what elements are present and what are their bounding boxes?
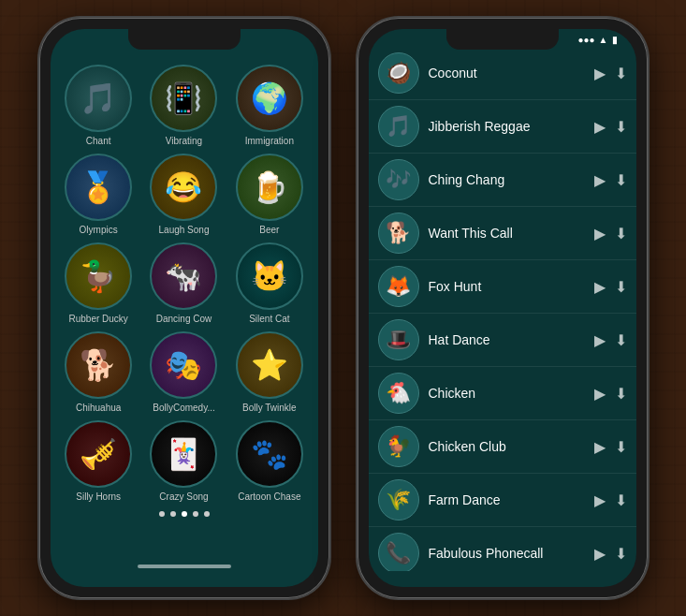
song-actions: ▶ ⬇ [594, 65, 627, 82]
song-row[interactable]: 🦊 Fox Hunt ▶ ⬇ [369, 260, 636, 314]
grid-label: Cartoon Chase [238, 491, 300, 502]
page-dot [204, 511, 210, 517]
grid-label: Dancing Cow [156, 314, 212, 324]
song-avatar: 🎶 [378, 159, 419, 200]
grid-icon: 🐕 [65, 331, 132, 399]
grid-label: Bolly Twinkle [242, 403, 297, 413]
play-button[interactable]: ▶ [594, 225, 606, 242]
wifi-icon: ▲ [599, 35, 608, 45]
song-row[interactable]: 🐕 Want This Call ▶ ⬇ [369, 207, 636, 260]
grid-item[interactable]: 🐕 Chihuahua [60, 331, 138, 413]
song-row[interactable]: 🥥 Coconut ▶ ⬇ [369, 47, 636, 100]
grid-item[interactable]: 🍺 Beer [230, 154, 308, 235]
song-actions: ▶ ⬇ [594, 118, 627, 136]
download-button[interactable]: ⬇ [615, 331, 627, 349]
download-button[interactable]: ⬇ [615, 545, 627, 563]
download-button[interactable]: ⬇ [615, 438, 627, 456]
grid-icon: 😂 [150, 154, 217, 221]
song-title: Want This Call [429, 226, 585, 241]
grid-label: Vibrating [166, 136, 202, 146]
grid-item[interactable]: 🎺 Silly Horns [60, 420, 138, 502]
download-button[interactable]: ⬇ [615, 65, 627, 82]
download-button[interactable]: ⬇ [615, 171, 627, 189]
right-notch [446, 29, 559, 50]
download-button[interactable]: ⬇ [615, 225, 627, 242]
play-button[interactable]: ▶ [594, 491, 606, 509]
play-button[interactable]: ▶ [594, 331, 606, 349]
grid-item[interactable]: 🌍 Immigration [230, 65, 308, 146]
grid-item[interactable]: 🦆 Rubber Ducky [60, 242, 138, 324]
signal-icon: ●●● [577, 35, 594, 45]
song-title: Coconut [429, 66, 585, 81]
grid-label: Rubber Ducky [68, 314, 127, 324]
song-title: Farm Dance [429, 492, 585, 507]
page-dots [60, 511, 309, 517]
song-avatar: 🐓 [378, 426, 419, 467]
song-list: 🥥 Coconut ▶ ⬇ 🎵 Jibberish Reggae ▶ ⬇ 🎶 C… [369, 47, 636, 571]
grid-label: Olympics [80, 225, 118, 235]
grid-item[interactable]: 🐱 Silent Cat [230, 242, 308, 324]
download-button[interactable]: ⬇ [615, 278, 627, 296]
song-actions: ▶ ⬇ [594, 225, 627, 242]
grid-label: Laugh Song [159, 225, 210, 235]
grid-icon: ⭐ [236, 331, 303, 399]
song-actions: ▶ ⬇ [594, 438, 627, 456]
song-row[interactable]: 🎩 Hat Dance ▶ ⬇ [369, 314, 636, 367]
grid-item[interactable]: 🎵 Chant [60, 65, 138, 146]
download-button[interactable]: ⬇ [615, 491, 627, 509]
grid-icon: 🎵 [65, 65, 132, 132]
grid-item[interactable]: 🎭 BollyComedy... [145, 331, 223, 413]
song-title: Fox Hunt [429, 279, 585, 294]
song-title: Fabulous Phonecall [429, 546, 585, 561]
song-row[interactable]: 🐔 Chicken ▶ ⬇ [369, 367, 636, 420]
song-title: Ching Chang [429, 172, 585, 187]
download-button[interactable]: ⬇ [615, 118, 627, 136]
grid-item[interactable]: 🃏 Crazy Song [145, 420, 223, 502]
song-actions: ▶ ⬇ [594, 545, 627, 563]
song-title: Chicken [429, 386, 585, 401]
play-button[interactable]: ▶ [594, 65, 606, 82]
page-dot [170, 511, 176, 517]
page-dot [159, 511, 165, 517]
grid-icon: 🍺 [236, 154, 303, 221]
play-button[interactable]: ▶ [594, 278, 606, 296]
song-row[interactable]: 🎵 Jibberish Reggae ▶ ⬇ [369, 100, 636, 154]
grid-item[interactable]: ⭐ Bolly Twinkle [230, 331, 308, 413]
grid-label: Crazy Song [159, 491, 208, 502]
grid-icon: 🐄 [150, 242, 217, 310]
download-button[interactable]: ⬇ [615, 385, 627, 403]
song-actions: ▶ ⬇ [594, 331, 627, 349]
grid-icon: 🎭 [150, 331, 217, 399]
song-row[interactable]: 📞 Fabulous Phonecall ▶ ⬇ [369, 527, 636, 571]
song-row[interactable]: 🌾 Farm Dance ▶ ⬇ [369, 474, 636, 527]
grid-item[interactable]: 🐄 Dancing Cow [145, 242, 223, 324]
battery-icon: ▮ [612, 35, 618, 45]
status-icons: ●●● ▲ ▮ [577, 35, 617, 45]
song-row[interactable]: 🐓 Chicken Club ▶ ⬇ [369, 420, 636, 474]
grid-label: Silent Cat [249, 314, 289, 324]
grid-item[interactable]: 🐾 Cartoon Chase [230, 420, 308, 502]
play-button[interactable]: ▶ [594, 545, 606, 563]
grid-item[interactable]: 🏅 Olympics [60, 154, 138, 235]
grid-label: Immigration [245, 136, 294, 146]
grid-label: Beer [259, 225, 279, 235]
grid-label: Chihuahua [76, 403, 121, 413]
play-button[interactable]: ▶ [594, 385, 606, 403]
song-avatar: 🦊 [378, 266, 419, 307]
song-avatar: 🎩 [378, 319, 419, 360]
grid-item[interactable]: 😂 Laugh Song [145, 154, 223, 235]
song-actions: ▶ ⬇ [594, 278, 627, 296]
left-screen-content: 🎵 Chant 📳 Vibrating 🌍 Immigration 🏅 Olym… [51, 29, 318, 587]
song-avatar: 🥥 [378, 52, 419, 94]
right-screen: ●●● ▲ ▮ 🥥 Coconut ▶ ⬇ 🎵 Jibberish Reggae… [369, 29, 636, 587]
song-avatar: 🎵 [378, 106, 419, 147]
grid-item[interactable]: 📳 Vibrating [145, 65, 223, 146]
left-phone: 🎵 Chant 📳 Vibrating 🌍 Immigration 🏅 Olym… [39, 18, 329, 598]
grid-icon: 🎺 [65, 420, 132, 488]
song-title: Jibberish Reggae [429, 119, 585, 134]
grid-label: Chant [86, 136, 111, 146]
play-button[interactable]: ▶ [594, 118, 606, 136]
play-button[interactable]: ▶ [594, 171, 606, 189]
song-row[interactable]: 🎶 Ching Chang ▶ ⬇ [369, 154, 636, 207]
play-button[interactable]: ▶ [594, 438, 606, 456]
